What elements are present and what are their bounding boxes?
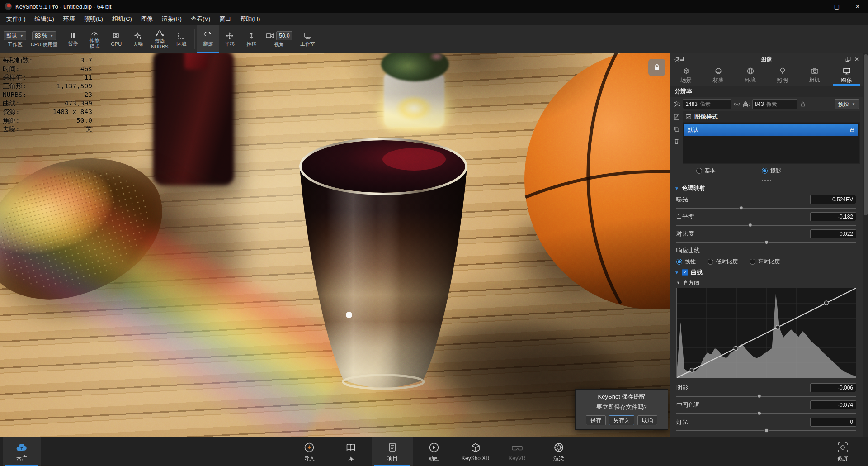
contrast-value[interactable]: 0.022 xyxy=(810,229,856,238)
shadow-value[interactable]: -0.006 xyxy=(810,383,856,392)
tumble-button[interactable]: 翻滚 xyxy=(197,25,219,53)
render-viewport[interactable]: 每秒帧数:3.7 时间:46s 采样值:11 三角形:1,137,509 NUR… xyxy=(0,53,670,437)
height-input[interactable]: 843 像素 xyxy=(752,99,797,109)
fov-input[interactable]: 50.0 xyxy=(276,31,292,40)
slider-handle[interactable] xyxy=(764,428,769,433)
image-style-item-default[interactable]: 默认 xyxy=(684,124,858,136)
render-icon xyxy=(553,442,565,453)
screenshot-button[interactable]: 截屏 xyxy=(822,437,863,466)
contrast-param: 对比度 0.022 xyxy=(670,228,863,245)
photographic-mode-radio[interactable]: 摄影 xyxy=(762,167,781,175)
image-style-block: 图像样式 默认 xyxy=(670,111,863,164)
shadow-slider[interactable] xyxy=(676,394,856,399)
menu-image[interactable]: 图像 xyxy=(137,13,157,25)
close-button[interactable]: ✕ xyxy=(847,0,868,13)
pause-button[interactable]: 暂停 xyxy=(62,25,84,53)
menu-window[interactable]: 窗口 xyxy=(215,13,236,25)
minimize-button[interactable]: – xyxy=(806,0,826,13)
save-as-button[interactable]: 另存为 xyxy=(609,415,634,425)
preset-dropdown[interactable]: 预设▼ xyxy=(835,99,859,109)
cpu-usage-dropdown[interactable]: 83 %▼ xyxy=(32,31,56,40)
dolly-button[interactable]: 推移 xyxy=(241,25,262,53)
menu-help[interactable]: 帮助(H) xyxy=(236,13,264,25)
midtone-value[interactable]: -0.074 xyxy=(810,400,856,409)
slider-handle[interactable] xyxy=(739,206,743,210)
import-button[interactable]: 导入 xyxy=(288,437,330,466)
tone-curve-histogram[interactable] xyxy=(676,288,856,378)
tab-environment[interactable]: 环境 xyxy=(734,65,766,86)
edit-image-style-icon[interactable] xyxy=(673,114,680,120)
basic-mode-radio[interactable]: 基本 xyxy=(696,167,716,175)
workspace-dropdown[interactable]: 默认▼ xyxy=(4,31,26,40)
candle-object[interactable] xyxy=(368,53,461,138)
white-balance-value[interactable]: -0.182 xyxy=(810,212,856,221)
linear-radio[interactable]: 线性 xyxy=(676,258,696,266)
delete-image-style-icon[interactable] xyxy=(673,138,680,145)
tab-image[interactable]: 图像 xyxy=(830,65,863,86)
slider-handle[interactable] xyxy=(757,394,761,398)
tone-mapping-header[interactable]: ▼ 色调映射 xyxy=(670,183,863,194)
menu-edit[interactable]: 编辑(E) xyxy=(30,13,59,25)
panel-close-icon[interactable]: ✕ xyxy=(854,56,859,62)
slider-handle[interactable] xyxy=(757,411,761,415)
curve-checkbox[interactable]: ✓ xyxy=(682,269,688,276)
cloud-library-button[interactable]: 云库 xyxy=(3,437,41,466)
tab-scene[interactable]: 场景 xyxy=(670,65,702,86)
white-balance-slider[interactable] xyxy=(676,223,856,228)
midtone-slider[interactable] xyxy=(676,411,856,416)
scrollbar-thumb[interactable] xyxy=(864,54,868,215)
save-button[interactable]: 保存 xyxy=(586,415,606,425)
basketball-object[interactable] xyxy=(524,53,670,310)
panel-scrollbar[interactable] xyxy=(863,53,868,437)
pan-button[interactable]: 平移 xyxy=(219,25,241,53)
tab-lighting[interactable]: 照明 xyxy=(766,65,798,86)
menu-environment[interactable]: 环境 xyxy=(59,13,80,25)
render-nurbs-button[interactable]: 渲染NURBS xyxy=(149,25,170,53)
view-angle-icon xyxy=(266,33,274,39)
menu-view[interactable]: 查看(V) xyxy=(186,13,215,25)
animation-button[interactable]: 动画 xyxy=(413,437,455,466)
keyshotxr-button[interactable]: KeyShotXR xyxy=(455,437,496,466)
cancel-button[interactable]: 取消 xyxy=(637,415,657,425)
tumble-icon xyxy=(204,32,212,39)
menu-file[interactable]: 文件(F) xyxy=(2,13,30,25)
check-icon: ✓ xyxy=(683,270,687,275)
lock-resolution-icon[interactable] xyxy=(800,101,806,107)
duplicate-image-style-icon[interactable] xyxy=(673,126,680,133)
stat-triangles: 三角形:1,137,509 xyxy=(3,82,92,90)
denoise-button[interactable]: 去噪 xyxy=(127,25,149,53)
maximize-button[interactable]: ▢ xyxy=(826,0,847,13)
exposure-slider[interactable] xyxy=(676,205,856,211)
keyvr-button[interactable]: KeyVR xyxy=(496,437,538,466)
tab-material[interactable]: 材质 xyxy=(702,65,734,86)
tab-camera[interactable]: 相机 xyxy=(798,65,830,86)
studio-button[interactable]: 工作室 xyxy=(297,25,319,53)
light-slider[interactable] xyxy=(676,428,856,433)
light-value[interactable]: 0 xyxy=(810,418,856,427)
performance-mode-button[interactable]: 性能模式 xyxy=(84,25,105,53)
panel-float-icon[interactable] xyxy=(845,57,851,62)
gpu-button[interactable]: GPU xyxy=(105,25,127,53)
histogram-label-row[interactable]: ▼ 直方图 xyxy=(670,278,863,288)
library-button[interactable]: 库 xyxy=(330,437,372,466)
contrast-slider[interactable] xyxy=(676,240,856,245)
slider-handle[interactable] xyxy=(748,223,752,227)
exposure-value[interactable]: -0.524EV xyxy=(810,195,856,204)
slider-handle[interactable] xyxy=(764,240,769,244)
panel-splitter-handle[interactable] xyxy=(670,177,863,183)
project-button[interactable]: 项目 xyxy=(372,437,413,466)
histogram-chart[interactable] xyxy=(677,288,856,378)
link-resolution-icon[interactable] xyxy=(734,101,741,107)
high-contrast-radio[interactable]: 高对比度 xyxy=(750,258,780,266)
menu-camera[interactable]: 相机(C) xyxy=(108,13,137,25)
low-contrast-radio[interactable]: 低对比度 xyxy=(708,258,738,266)
curve-header[interactable]: ▼ ✓ 曲线 xyxy=(670,267,863,278)
camera-lock-button[interactable] xyxy=(648,59,665,76)
render-button[interactable]: 渲染 xyxy=(538,437,580,466)
width-input[interactable]: 1483 像素 xyxy=(683,99,731,109)
region-button[interactable]: 区域 xyxy=(170,25,192,53)
menu-lighting[interactable]: 照明(L) xyxy=(80,13,108,25)
menu-render[interactable]: 渲染(R) xyxy=(157,13,186,25)
glass-cup-object[interactable] xyxy=(280,135,497,406)
bottle-object[interactable] xyxy=(153,53,234,185)
